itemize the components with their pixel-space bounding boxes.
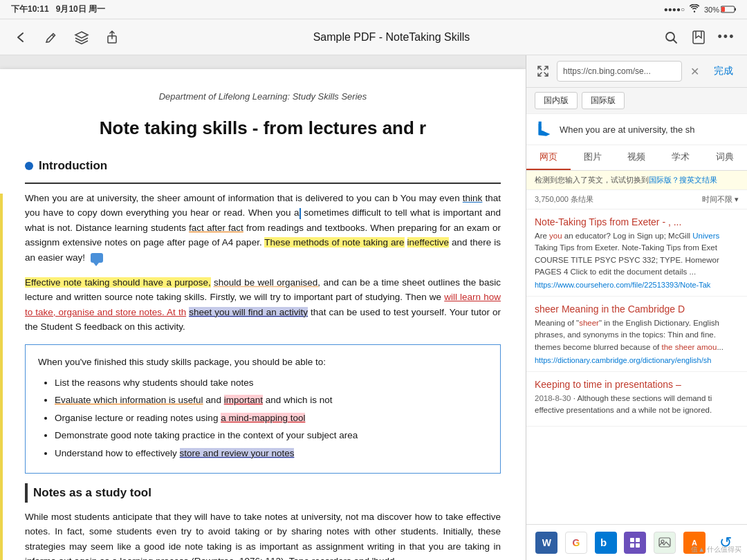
url-input[interactable]	[557, 61, 682, 82]
image-search-button[interactable]	[654, 532, 676, 554]
blue-dot-icon	[25, 162, 33, 170]
list-item: Organise lecture or reading notes using …	[55, 411, 488, 426]
result-1-snippet: Are you an educator? Log in Sign up; McG…	[535, 230, 739, 278]
svg-rect-11	[636, 543, 640, 548]
result-3-snippet: 2018-8-30 · Although these sections will…	[535, 393, 739, 417]
google-button[interactable]: G	[565, 532, 587, 554]
highlight-ineffective: ineffective	[407, 237, 450, 248]
sidebar-bottom-bar: W G b A ↺	[526, 524, 747, 560]
url-done-button[interactable]: 完成	[707, 62, 740, 80]
blue-box-intro: When you've finished this study skills p…	[38, 355, 488, 370]
signal-icon: ●●●●○	[664, 6, 685, 13]
blue-box: When you've finished this study skills p…	[25, 344, 501, 474]
pdf-area[interactable]: Department of Lifelong Learning: Study S…	[0, 55, 526, 560]
highlight-organised: should be well organised,	[214, 277, 320, 288]
battery-icon: 30%	[704, 6, 736, 14]
region-international-button[interactable]: 国际版	[582, 92, 625, 109]
highlight-methods: These methods of note taking are	[264, 237, 404, 248]
pdf-page: Department of Lifelong Learning: Study S…	[0, 69, 526, 560]
region-domestic-button[interactable]: 国内版	[535, 92, 578, 109]
list-item: Evaluate which information is useful and…	[55, 393, 488, 408]
pdf-title: Note taking skills - from lectures and r	[25, 114, 501, 143]
highlight-fact: fact after fact	[189, 223, 243, 233]
bing-search-input[interactable]	[560, 124, 739, 135]
extension-button[interactable]	[624, 532, 646, 554]
date-display: 9月10日 周一	[56, 4, 105, 14]
more-button[interactable]: •••	[714, 25, 739, 50]
notes-heading: Notes as a study tool	[25, 483, 501, 502]
svg-rect-9	[636, 538, 640, 542]
search-button[interactable]	[658, 25, 683, 50]
time-filter[interactable]: 时间不限 ▾	[702, 194, 739, 205]
svg-rect-12	[659, 538, 670, 547]
intro-para1: When you are at university, the sheer am…	[25, 191, 501, 265]
result-2-url: https://dictionary.cambridge.org/diction…	[535, 356, 739, 364]
pdf-series-header: Department of Lifelong Learning: Study S…	[25, 90, 501, 104]
highlight-sheet: sheet you will find an activity	[189, 307, 308, 317]
result-2-snippet: Meaning of "sheer" in the English Dictio…	[535, 317, 739, 353]
status-icons: ●●●●○ 30%	[664, 4, 736, 15]
cursor	[299, 208, 301, 219]
list-item: List the reasons why students should tak…	[55, 375, 488, 391]
tab-images[interactable]: 图片	[571, 145, 615, 170]
highlight-effective: Effective note taking should have a purp…	[25, 277, 211, 288]
back-button[interactable]	[8, 25, 33, 50]
search-result-1: Note-Taking Tips from Exeter - , ... Are…	[526, 209, 747, 297]
results-count: 3,750,000 条结果	[535, 194, 593, 205]
sidebar-browser-panel: ✕ 完成 国内版 国际版 b 网页 图片 视频 学术 词典	[526, 55, 747, 560]
introduction-section: Introduction When you are at university,…	[25, 156, 501, 474]
svg-rect-5	[693, 31, 704, 44]
status-bar: 下午10:11 9月10日 周一 ●●●●○ 30%	[0, 0, 747, 19]
notes-para: While most students anticipate that they…	[25, 510, 501, 560]
svg-rect-2	[721, 7, 725, 12]
bullet-list: List the reasons why students should tak…	[38, 375, 488, 461]
result-3-title[interactable]: Keeping to time in presentations –	[535, 379, 739, 390]
bookmark-button[interactable]	[686, 25, 711, 50]
search-result-2: sheer Meaning in the Cambridge D Meaning…	[526, 297, 747, 372]
bing-tabs: 网页 图片 视频 学术 词典	[526, 145, 747, 171]
svg-text:b: b	[536, 121, 545, 138]
search-result-3: Keeping to time in presentations – 2018-…	[526, 372, 747, 427]
tab-webpage[interactable]: 网页	[526, 145, 571, 170]
status-time: 下午10:11 9月10日 周一	[11, 3, 105, 15]
region-selector: 国内版 国际版	[526, 88, 747, 114]
tab-dictionary[interactable]: 词典	[703, 145, 747, 170]
intro-para2: Effective note taking should have a purp…	[25, 275, 501, 335]
result-1-url: https://www.coursehero.com/file/22513393…	[535, 281, 739, 289]
document-title: Sample PDF - NoteTaking Skills	[130, 31, 653, 44]
wifi-icon	[689, 4, 700, 15]
main-toolbar: Sample PDF - NoteTaking Skills •••	[0, 19, 747, 55]
svg-text:b: b	[600, 536, 607, 548]
bing-button[interactable]: b	[595, 532, 617, 554]
results-meta: 3,750,000 条结果 时间不限 ▾	[526, 190, 747, 209]
result-2-title[interactable]: sheer Meaning in the Cambridge D	[535, 304, 739, 315]
list-item: Demonstrate good note taking practice in…	[55, 428, 488, 443]
svg-rect-10	[630, 543, 634, 548]
svg-rect-8	[630, 538, 634, 542]
bing-search-area: b	[526, 114, 747, 145]
comment-icon[interactable]	[91, 253, 103, 263]
edit-button[interactable]	[39, 25, 64, 50]
result-1-title[interactable]: Note-Taking Tips from Exeter - , ...	[535, 216, 739, 227]
notes-study-tool-section: Notes as a study tool While most student…	[25, 483, 501, 560]
bing-logo-icon: b	[535, 120, 554, 139]
notice-bar: 检测到您输入了英文，试试切换到国际版？搜英文结果	[526, 171, 747, 190]
svg-point-13	[661, 540, 664, 543]
highlight-think: think	[463, 193, 483, 203]
tab-academic[interactable]: 学术	[658, 145, 703, 170]
url-clear-button[interactable]: ✕	[686, 63, 703, 80]
url-bar: ✕ 完成	[526, 55, 747, 88]
list-item: Understand how to effectively store and …	[55, 446, 488, 461]
share-button[interactable]	[100, 25, 124, 50]
time-display: 下午10:11	[11, 4, 49, 14]
search-results[interactable]: 检测到您输入了英文，试试切换到国际版？搜英文结果 3,750,000 条结果 时…	[526, 171, 747, 524]
layers-button[interactable]	[69, 25, 94, 50]
main-content: Department of Lifelong Learning: Study S…	[0, 55, 747, 560]
tab-video[interactable]: 视频	[615, 145, 659, 170]
intro-heading: Introduction	[25, 156, 501, 175]
svg-rect-1	[735, 8, 736, 11]
expand-button[interactable]	[533, 62, 553, 81]
watermark: 值▲ 什么值得买	[691, 545, 741, 554]
wikipedia-button[interactable]: W	[535, 532, 557, 554]
